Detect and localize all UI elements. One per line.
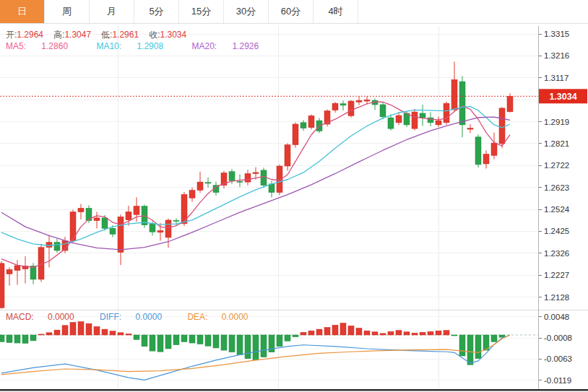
svg-text:1.3117: 1.3117 [544, 74, 568, 82]
svg-text:1.2919: 1.2919 [544, 118, 569, 126]
svg-text:1.2227: 1.2227 [544, 271, 569, 279]
svg-text:1.3034: 1.3034 [549, 92, 576, 102]
svg-text:0.0048: 0.0048 [544, 313, 569, 321]
svg-text:-0.0008: -0.0008 [544, 334, 572, 342]
svg-text:1.2524: 1.2524 [544, 205, 570, 214]
svg-text:-0.0119: -0.0119 [544, 376, 571, 385]
svg-text:1.3315: 1.3315 [544, 30, 569, 38]
svg-text:1.2722: 1.2722 [544, 161, 569, 170]
svg-text:-0.0063: -0.0063 [544, 354, 572, 363]
svg-text:1.3216: 1.3216 [544, 51, 569, 60]
svg-text:1.2821: 1.2821 [544, 139, 569, 148]
last-price-tag: 1.3034 [539, 89, 587, 103]
candlestick-chart[interactable]: 1.33151.32161.31171.30181.29191.28211.27… [0, 0, 588, 392]
svg-text:1.2326: 1.2326 [544, 249, 569, 258]
svg-text:1.2425: 1.2425 [544, 227, 569, 235]
trading-chart-app: 日 周 月 5分 15分 30分 60分 4时 1.33151.32161.31… [0, 0, 588, 392]
svg-text:1.2623: 1.2623 [544, 183, 569, 192]
svg-text:1.2128: 1.2128 [544, 293, 569, 302]
